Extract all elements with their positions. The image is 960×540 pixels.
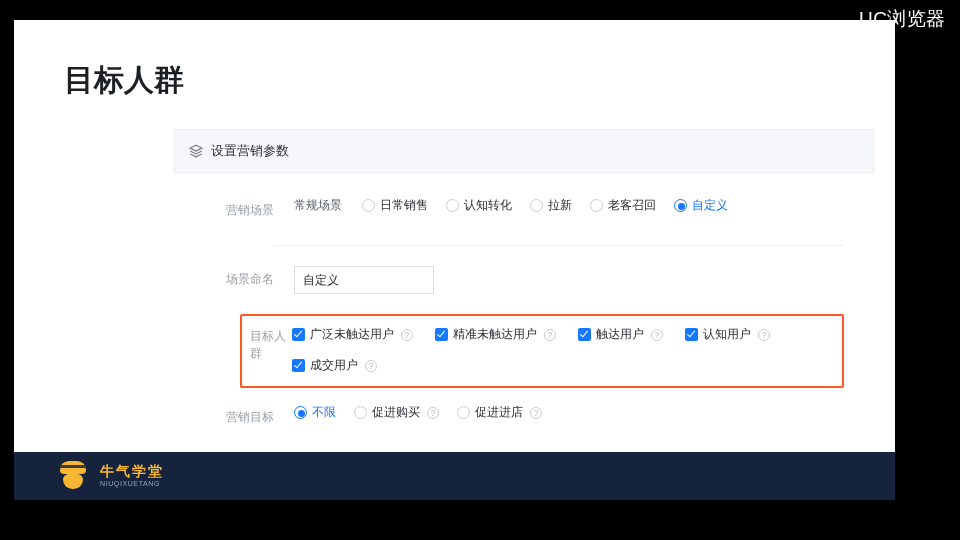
row-goal-label: 营销目标 bbox=[174, 404, 294, 426]
footer-bar: 牛气学堂 NIUQIXUETANG bbox=[14, 452, 895, 500]
radio-custom[interactable]: 自定义 bbox=[674, 197, 728, 214]
check-precise-unreached[interactable]: 精准未触达用户? bbox=[435, 326, 556, 343]
check-reached[interactable]: 触达用户? bbox=[578, 326, 663, 343]
row-scene-label: 营销场景 bbox=[174, 197, 294, 219]
radio-dot-icon bbox=[530, 199, 543, 212]
form-area: 营销场景 常规场景 日常销售 认知转化 拉新 老客召回 自定义 场景命名 bbox=[174, 173, 874, 426]
radio-daily-sales[interactable]: 日常销售 bbox=[362, 197, 428, 214]
scene-category-label: 常规场景 bbox=[294, 197, 342, 214]
brand-text: 牛气学堂 NIUQIXUETANG bbox=[100, 464, 164, 487]
brand-mascot-icon bbox=[56, 461, 90, 491]
row-name-content bbox=[294, 266, 874, 294]
radio-recall[interactable]: 老客召回 bbox=[590, 197, 656, 214]
brand-cn: 牛气学堂 bbox=[100, 464, 164, 479]
check-broad-unreached[interactable]: 广泛未触达用户? bbox=[292, 326, 413, 343]
row-goal-content: 不限 促进购买? 促进进店? bbox=[294, 404, 874, 421]
check-purchased[interactable]: 成交用户? bbox=[292, 357, 377, 374]
row-audience-label: 目标人群 bbox=[242, 326, 292, 362]
radio-dot-icon bbox=[590, 199, 603, 212]
check-aware[interactable]: 认知用户? bbox=[685, 326, 770, 343]
row-audience: 目标人群 广泛未触达用户? 精准未触达用户? 触达用户? 认知用户? 成交用户? bbox=[174, 314, 874, 388]
scene-options: 常规场景 日常销售 认知转化 拉新 老客召回 自定义 bbox=[294, 197, 844, 214]
help-icon[interactable]: ? bbox=[530, 407, 542, 419]
help-icon[interactable]: ? bbox=[401, 329, 413, 341]
row-audience-content: 目标人群 广泛未触达用户? 精准未触达用户? 触达用户? 认知用户? 成交用户? bbox=[244, 314, 874, 388]
divider bbox=[274, 245, 844, 246]
row-scene: 营销场景 常规场景 日常销售 认知转化 拉新 老客召回 自定义 bbox=[174, 197, 874, 219]
help-icon[interactable]: ? bbox=[651, 329, 663, 341]
help-icon[interactable]: ? bbox=[758, 329, 770, 341]
checkbox-icon bbox=[435, 328, 448, 341]
radio-promote-buy[interactable]: 促进购买? bbox=[354, 404, 439, 421]
radio-dot-icon bbox=[362, 199, 375, 212]
help-icon[interactable]: ? bbox=[427, 407, 439, 419]
settings-panel: 设置营销参数 营销场景 常规场景 日常销售 认知转化 拉新 老客召回 自定义 bbox=[174, 129, 874, 446]
scene-name-input[interactable] bbox=[294, 266, 434, 294]
svg-marker-0 bbox=[190, 145, 202, 151]
radio-dot-icon bbox=[674, 199, 687, 212]
content-slide: 目标人群 设置营销参数 营销场景 常规场景 日常销售 认知转 bbox=[14, 20, 895, 452]
radio-dot-icon bbox=[457, 406, 470, 419]
checkbox-icon bbox=[292, 328, 305, 341]
checkbox-icon bbox=[292, 359, 305, 372]
radio-awareness[interactable]: 认知转化 bbox=[446, 197, 512, 214]
radio-dot-icon bbox=[354, 406, 367, 419]
radio-unlimited[interactable]: 不限 bbox=[294, 404, 336, 421]
row-name-label: 场景命名 bbox=[174, 266, 294, 288]
brand-en: NIUQIXUETANG bbox=[100, 480, 164, 488]
row-scene-content: 常规场景 日常销售 认知转化 拉新 老客召回 自定义 bbox=[294, 197, 874, 214]
radio-promote-visit[interactable]: 促进进店? bbox=[457, 404, 542, 421]
checkbox-icon bbox=[578, 328, 591, 341]
radio-dot-icon bbox=[294, 406, 307, 419]
checkbox-icon bbox=[685, 328, 698, 341]
row-goal: 营销目标 不限 促进购买? 促进进店? bbox=[174, 404, 874, 426]
page-title: 目标人群 bbox=[64, 60, 184, 101]
row-name: 场景命名 bbox=[174, 266, 874, 294]
panel-header-title: 设置营销参数 bbox=[211, 142, 289, 160]
help-icon[interactable]: ? bbox=[544, 329, 556, 341]
help-icon[interactable]: ? bbox=[365, 360, 377, 372]
layers-icon bbox=[189, 144, 203, 158]
panel-header: 设置营销参数 bbox=[174, 129, 874, 173]
radio-dot-icon bbox=[446, 199, 459, 212]
highlight-box: 目标人群 广泛未触达用户? 精准未触达用户? 触达用户? 认知用户? 成交用户? bbox=[240, 314, 844, 388]
radio-new-user[interactable]: 拉新 bbox=[530, 197, 572, 214]
spacer bbox=[174, 314, 244, 319]
